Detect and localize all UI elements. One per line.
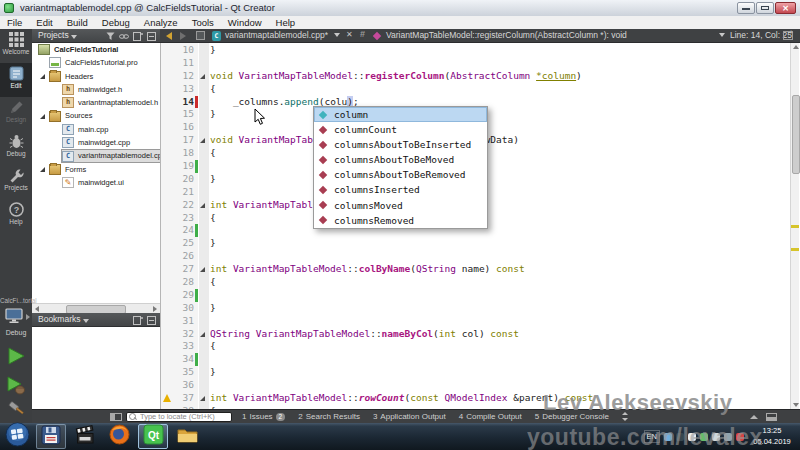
completion-item[interactable]: columnCount	[314, 122, 487, 137]
explorer-app[interactable]	[172, 424, 202, 449]
tree-item[interactable]: variantmaptablemodel.h	[32, 96, 160, 109]
code-line: 12void VariantMapTableModel::registerCol…	[161, 70, 790, 83]
completion-item[interactable]: columnsMoved	[314, 198, 487, 213]
menu-item-window[interactable]: Window	[221, 16, 269, 29]
chevron-down-icon[interactable]	[71, 35, 77, 39]
completion-item[interactable]: columnsAboutToBeRemoved	[314, 167, 487, 182]
warning-mark	[791, 225, 799, 228]
split-panel-icon[interactable]	[133, 316, 143, 327]
firefox-app[interactable]	[104, 424, 134, 449]
close-panel-icon[interactable]	[147, 316, 156, 327]
fold-marker-icon[interactable]	[200, 138, 205, 143]
mode-item-help[interactable]: ?Help	[0, 199, 32, 233]
scroll-down-icon[interactable]	[793, 403, 799, 407]
completion-item[interactable]: columnsAboutToBeMoved	[314, 152, 487, 167]
start-button[interactable]	[2, 424, 32, 449]
fold-marker-icon[interactable]	[200, 203, 205, 208]
tree-item[interactable]: CalcFieldsTutorial	[32, 43, 160, 56]
expand-triangle-icon[interactable]	[40, 74, 45, 79]
sync-with-editor-icon[interactable]	[119, 32, 129, 43]
toggle-output-pane-icon[interactable]	[766, 413, 777, 421]
scroll-right-icon[interactable]	[153, 306, 157, 312]
kit-monitor-icon[interactable]	[4, 308, 26, 328]
mode-item-debug[interactable]: Debug	[0, 131, 32, 165]
bookmarks-panel-body[interactable]	[32, 328, 160, 409]
toggle-sidebar-icon[interactable]	[110, 413, 122, 421]
mode-item-edit[interactable]: Edit	[0, 63, 32, 97]
kit-selector-project[interactable]: CalcFi...torial	[0, 297, 32, 304]
menu-item-tools[interactable]: Tools	[185, 16, 221, 29]
open-documents-icon[interactable]	[196, 31, 205, 40]
run-button[interactable]	[6, 346, 26, 370]
locator-input[interactable]	[126, 412, 232, 422]
camstudio-app[interactable]	[36, 424, 66, 449]
menu-item-file[interactable]: File	[0, 16, 29, 29]
menu-item-help[interactable]: Help	[269, 16, 303, 29]
split-panel-icon[interactable]	[133, 32, 143, 43]
tree-item[interactable]: Forms	[32, 163, 160, 176]
completion-item[interactable]: columnsRemoved	[314, 213, 487, 228]
close-panel-icon[interactable]	[147, 32, 156, 43]
minimize-button[interactable]	[737, 2, 755, 14]
output-pane-application-output[interactable]: 3Application Output	[373, 412, 446, 421]
completion-item[interactable]: columnsAboutToBeInserted	[314, 137, 487, 152]
back-icon[interactable]	[166, 32, 172, 40]
fold-marker-icon[interactable]	[200, 396, 205, 401]
fold-marker-icon[interactable]	[200, 74, 205, 79]
output-pane-issues[interactable]: 1Issues2	[242, 412, 285, 421]
build-hammer-button[interactable]	[7, 401, 25, 421]
mode-item-design[interactable]: Design	[0, 97, 32, 131]
symbols-hash-icon[interactable]	[360, 29, 365, 39]
projects-tree: CalcFieldsTutorialCalcFieldsTutorial.pro…	[32, 43, 160, 303]
kit-selector-config[interactable]: Debug	[0, 329, 32, 336]
forward-icon[interactable]	[180, 32, 186, 40]
mode-item-projects[interactable]: Projects	[0, 165, 32, 199]
code-line: 33{	[161, 340, 790, 353]
open-file-name[interactable]: variantmaptablemodel.cpp*	[225, 30, 328, 40]
line-number: 23	[161, 212, 194, 223]
line-number: 33	[161, 340, 194, 351]
tree-item[interactable]: mainwidget.h	[32, 83, 160, 96]
expand-triangle-icon[interactable]	[40, 114, 45, 119]
menu-item-analyze[interactable]: Analyze	[137, 16, 185, 29]
fold-marker-icon[interactable]	[200, 332, 205, 337]
chevron-down-icon[interactable]	[719, 33, 725, 37]
tree-item[interactable]: Sources	[32, 109, 160, 122]
tree-item[interactable]: mainwidget.ui	[32, 176, 160, 189]
split-editor-icon[interactable]	[783, 31, 793, 40]
menu-item-edit[interactable]: Edit	[29, 16, 59, 29]
maximize-button[interactable]	[756, 2, 774, 14]
mode-item-welcome[interactable]: Welcome	[0, 29, 32, 63]
scroll-left-icon[interactable]	[35, 306, 39, 312]
expand-triangle-icon[interactable]	[40, 167, 45, 172]
close-button[interactable]	[775, 2, 796, 14]
editor-vscrollbar[interactable]	[790, 43, 799, 409]
qt-creator-app[interactable]: Qt	[138, 424, 168, 449]
completion-item[interactable]: column	[314, 107, 487, 122]
tree-item[interactable]: CalcFieldsTutorial.pro	[32, 56, 160, 69]
tree-item[interactable]: variantmaptablemodel.cpp	[32, 149, 160, 162]
tree-item-content: mainwidget.ui	[62, 176, 124, 189]
tree-item[interactable]: Headers	[32, 70, 160, 83]
menu-item-build[interactable]: Build	[60, 16, 95, 29]
filter-icon[interactable]	[106, 32, 115, 43]
output-pane-compile-output[interactable]: 4Compile Output	[459, 412, 522, 421]
menu-item-debug[interactable]: Debug	[95, 16, 137, 29]
clapperboard-icon	[75, 425, 95, 449]
mode-item-label: Edit	[0, 82, 32, 89]
movie-app[interactable]	[70, 424, 100, 449]
chevron-up-icon[interactable]	[750, 415, 758, 419]
vscroll-thumb[interactable]	[792, 95, 800, 174]
fold-marker-icon[interactable]	[200, 267, 205, 272]
chevron-down-icon[interactable]	[334, 33, 340, 37]
projects-tree-hscrollbar[interactable]	[32, 303, 160, 313]
completion-item[interactable]: columnsInserted	[314, 182, 487, 197]
debug-run-button[interactable]	[6, 376, 26, 400]
current-symbol[interactable]: VariantMapTableModel::registerColumn(Abs…	[386, 30, 627, 40]
chevron-down-icon[interactable]	[83, 319, 89, 323]
scroll-up-icon[interactable]	[793, 45, 799, 49]
tree-item[interactable]: mainwidget.cpp	[32, 136, 160, 149]
output-pane-search-results[interactable]: 2Search Results	[298, 412, 360, 421]
tree-item[interactable]: main.cpp	[32, 123, 160, 136]
close-document-icon[interactable]	[346, 29, 353, 39]
